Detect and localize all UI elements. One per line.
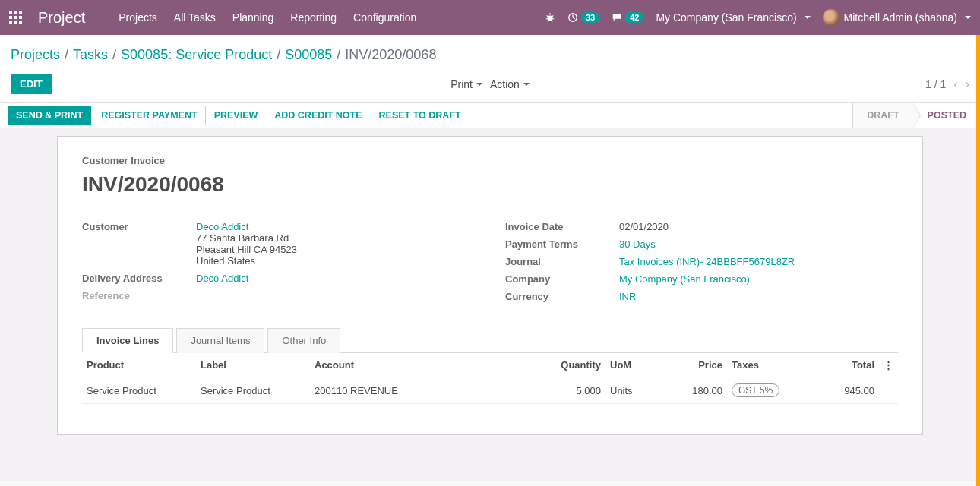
tax-chip[interactable]: GST 5% — [732, 383, 779, 397]
tab-other-info[interactable]: Other Info — [267, 328, 340, 353]
breadcrumb-projects[interactable]: Projects — [11, 47, 60, 63]
nav-projects[interactable]: Projects — [119, 11, 157, 24]
breadcrumb-s00085[interactable]: S00085 — [285, 47, 332, 63]
customer-addr2: Pleasant Hill CA 94523 — [196, 244, 475, 255]
pager-prev-icon[interactable]: ‹ — [953, 77, 957, 91]
form-title: INV/2020/0068 — [82, 172, 898, 197]
cell-label: Service Product — [196, 377, 310, 404]
reference-value — [196, 290, 475, 301]
company-link[interactable]: My Company (San Francisco) — [619, 273, 898, 285]
pager-next-icon[interactable]: › — [966, 77, 969, 91]
th-price: Price — [659, 353, 727, 377]
edit-button[interactable]: EDIT — [11, 74, 52, 94]
payment-terms-label: Payment Terms — [505, 238, 619, 250]
nav-planning[interactable]: Planning — [232, 11, 274, 24]
breadcrumb-s00085-service[interactable]: S00085: Service Product — [121, 47, 272, 63]
cell-account: 200110 REVENUE — [310, 377, 545, 404]
nav-reporting[interactable]: Reporting — [290, 11, 337, 24]
register-payment-button[interactable]: REGISTER PAYMENT — [93, 106, 205, 125]
customer-label: Customer — [82, 221, 196, 267]
activities-icon[interactable]: 33 — [567, 12, 599, 23]
tab-invoice-lines[interactable]: Invoice Lines — [82, 328, 173, 353]
column-options-icon[interactable]: ⋮ — [879, 353, 898, 377]
invoice-date-value: 02/01/2020 — [619, 221, 898, 232]
currency-link[interactable]: INR — [619, 291, 898, 302]
th-uom: UoM — [605, 353, 659, 377]
pager-count: 1 / 1 — [925, 78, 946, 90]
form-subtitle: Customer Invoice — [82, 155, 898, 166]
table-row[interactable]: Service Product Service Product 200110 R… — [82, 377, 898, 404]
th-account: Account — [310, 353, 545, 377]
journal-link[interactable]: Tax Invoices (INR)- 24BBBFF5679L8ZR — [619, 256, 898, 267]
add-credit-note-button[interactable]: ADD CREDIT NOTE — [266, 106, 370, 125]
th-label: Label — [196, 353, 310, 377]
breadcrumb: Projects / Tasks / S00085: Service Produ… — [11, 41, 969, 74]
breadcrumb-current: INV/2020/0068 — [345, 47, 436, 63]
th-product: Product — [82, 353, 196, 377]
preview-button[interactable]: PREVIEW — [206, 106, 267, 125]
th-taxes: Taxes — [727, 353, 795, 377]
status-draft[interactable]: DRAFT — [852, 103, 912, 128]
cell-quantity: 5.000 — [545, 377, 605, 404]
cell-product: Service Product — [82, 377, 196, 404]
th-quantity: Quantity — [545, 353, 605, 377]
cell-total: 945.00 — [795, 377, 879, 404]
print-menu[interactable]: Print — [450, 78, 482, 90]
cell-uom: Units — [605, 377, 659, 404]
nav-configuration[interactable]: Configuration — [353, 11, 416, 24]
debug-icon[interactable] — [545, 12, 555, 23]
currency-label: Currency — [505, 291, 619, 302]
send-print-button[interactable]: SEND & PRINT — [8, 106, 91, 125]
avatar — [823, 9, 839, 26]
reference-label: Reference — [82, 290, 196, 301]
nav-all-tasks[interactable]: All Tasks — [174, 11, 216, 24]
delivery-address-label: Delivery Address — [82, 273, 196, 284]
cell-taxes: GST 5% — [727, 377, 795, 404]
company-label: Company — [505, 273, 619, 285]
action-menu[interactable]: Action — [490, 78, 530, 90]
payment-terms-link[interactable]: 30 Days — [619, 238, 898, 250]
invoice-date-label: Invoice Date — [505, 221, 619, 232]
app-brand[interactable]: Project — [38, 9, 85, 27]
customer-addr3: United States — [196, 255, 475, 267]
svg-point-0 — [547, 15, 552, 21]
user-menu[interactable]: Mitchell Admin (shabna) — [823, 9, 971, 26]
reset-to-draft-button[interactable]: RESET TO DRAFT — [371, 106, 469, 125]
status-posted[interactable]: POSTED — [913, 103, 980, 128]
discuss-icon[interactable]: 42 — [612, 12, 643, 23]
customer-addr1: 77 Santa Barbara Rd — [196, 232, 475, 244]
customer-link[interactable]: Deco Addict — [196, 221, 248, 232]
journal-label: Journal — [505, 256, 619, 267]
discuss-badge: 42 — [625, 12, 643, 23]
th-total: Total — [795, 353, 879, 377]
company-switcher[interactable]: My Company (San Francisco) — [656, 11, 810, 24]
delivery-address-link[interactable]: Deco Addict — [196, 273, 475, 284]
breadcrumb-tasks[interactable]: Tasks — [73, 47, 108, 63]
cell-price: 180.00 — [659, 377, 727, 404]
tab-journal-items[interactable]: Journal Items — [176, 328, 264, 353]
apps-menu-icon[interactable] — [9, 11, 23, 24]
activities-badge: 33 — [581, 12, 599, 23]
